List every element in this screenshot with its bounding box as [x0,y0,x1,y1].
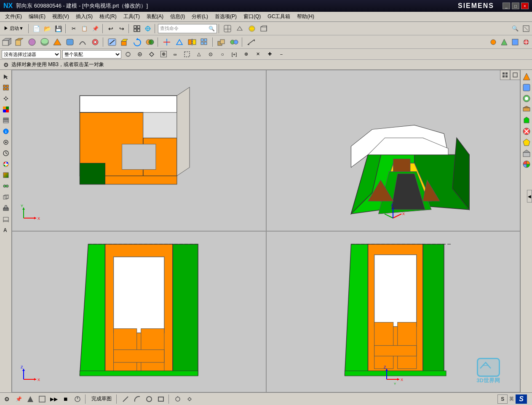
shading-button[interactable] [246,24,257,34]
feature-btn-8[interactable] [89,37,101,47]
filter-settings-btn[interactable] [123,49,133,59]
right-btn-9[interactable] [521,159,532,169]
viewport-top-left[interactable]: X Y [12,70,266,231]
datum-btn-1[interactable] [161,37,173,47]
bottom-btn-3[interactable] [25,394,35,404]
filter-btn-8[interactable]: ○ [217,49,227,59]
viewport-maximize-button[interactable] [510,70,520,80]
menu-edit[interactable]: 编辑(E) [25,12,49,21]
minimize-button[interactable]: _ [503,3,510,9]
filter-btn-4[interactable]: ∞ [170,49,180,59]
left-btn-palette[interactable] [1,159,11,169]
assembly-dropdown[interactable]: 整个装配 [62,50,121,59]
mirror-button[interactable] [186,37,198,47]
menu-gc-toolbox[interactable]: GC工具箱 [264,12,294,21]
fit-all-button[interactable] [521,24,531,34]
right-btn-5[interactable] [521,115,532,125]
sketch-arc-btn[interactable] [132,394,142,404]
wireframe-button[interactable] [258,24,269,34]
sketch-circle-btn[interactable] [144,394,154,404]
right-btn-8[interactable] [521,148,532,158]
assembly-btn-2[interactable] [228,37,240,47]
left-btn-snap[interactable] [1,83,11,93]
menu-format[interactable]: 格式(R) [96,12,120,21]
right-btn-3[interactable] [521,93,532,104]
right-btn-1[interactable] [521,72,532,82]
menu-view[interactable]: 视图(V) [49,12,72,21]
bottom-btn-6[interactable]: ⏹ [61,394,71,404]
filter-dropdown[interactable]: 没有选择过滤器 [2,50,61,59]
filter-btn-5[interactable] [182,49,192,59]
right-btn-4[interactable] [521,104,532,115]
zoom-in-button[interactable]: 🔍 [510,24,520,34]
extra-btn-4[interactable] [521,37,531,47]
right-btn-6[interactable] [521,126,532,136]
sketch-rect-btn[interactable] [156,394,166,404]
left-btn-layer[interactable] [1,115,11,125]
filter-btn-7[interactable]: ⊙ [206,49,216,59]
pattern-button[interactable] [199,37,211,47]
left-btn-transform[interactable] [1,192,11,202]
search-box[interactable]: 查找命令 🔍 [158,24,217,33]
left-btn-gradient[interactable] [1,170,11,180]
extra-btn-2[interactable] [499,37,509,47]
left-btn-color[interactable] [1,104,11,115]
feature-btn-7[interactable] [77,37,88,47]
snap-btn-1[interactable] [135,49,145,59]
snap-button[interactable] [143,24,153,34]
left-btn-info[interactable]: i [1,126,11,136]
left-btn-move[interactable] [1,93,11,104]
revolve-button[interactable] [131,37,143,47]
search-icon[interactable]: 🔍 [209,26,215,32]
sketch-line-btn[interactable] [120,394,131,404]
datum-btn-2[interactable] [174,37,185,47]
bottom-btn-8[interactable]: 完成草图 [89,394,114,404]
menu-window[interactable]: 窗口(Q) [240,12,264,21]
filter-btn-9[interactable]: [+] [229,49,239,59]
viewport-bottom-right[interactable]: X Z Y 3D世界网 [266,231,521,392]
close-button[interactable]: × [521,3,529,9]
extra-btn-1[interactable] [488,37,498,47]
bottom-btn-5[interactable]: ▶▶ [49,394,59,404]
new-button[interactable]: 📄 [32,24,42,34]
start-button[interactable]: ▶ 启动▼ [1,24,27,34]
viewport-tile-button[interactable] [500,70,510,80]
bottom-btn-7[interactable] [72,394,83,404]
menu-assembly[interactable]: 装配(A) [143,12,167,21]
extra-btn-3[interactable] [510,37,520,47]
menu-preferences[interactable]: 首选项(P) [211,12,240,21]
paste-button[interactable]: 📌 [91,24,101,34]
boolean-button[interactable] [144,37,156,47]
viewport-bottom-left[interactable]: X Z [12,231,266,392]
filter-btn-12[interactable]: ✚ [265,49,275,59]
3d-view-button[interactable] [234,24,246,34]
left-btn-dims[interactable] [1,214,11,224]
view-orient-button[interactable] [222,24,233,34]
constraint-btn-1[interactable] [173,394,183,404]
feature-btn-6[interactable] [64,37,76,47]
window-controls[interactable]: _ □ × [503,3,529,9]
menu-tools[interactable]: 工具(T) [120,12,143,21]
sketch-button[interactable] [106,37,118,47]
right-btn-2[interactable] [521,83,532,93]
left-btn-clock[interactable] [1,148,11,158]
copy-button[interactable]: 📋 [80,24,90,34]
feature-btn-3[interactable] [26,37,38,47]
filter-btn-3[interactable]: ⊕ [158,49,168,59]
right-toolbar-collapse[interactable]: ◀ [527,190,532,202]
grid-button[interactable] [132,24,142,34]
filter-btn-10[interactable]: ⊕ [241,49,251,59]
snap-btn-2[interactable] [147,49,157,59]
left-btn-render[interactable] [1,203,11,213]
menu-help[interactable]: 帮助(H) [294,12,318,21]
menu-info[interactable]: 信息(I) [167,12,188,21]
extrude-button[interactable] [119,37,131,47]
bottom-btn-1[interactable]: ⚙ [2,394,12,404]
left-btn-view[interactable] [1,137,11,147]
assembly-btn-1[interactable] [216,37,227,47]
bottom-btn-4[interactable] [37,394,47,404]
right-btn-7[interactable] [521,137,532,147]
save-button[interactable]: 💾 [53,24,64,34]
feature-btn-5[interactable] [51,37,63,47]
left-btn-text[interactable]: A [1,225,11,235]
